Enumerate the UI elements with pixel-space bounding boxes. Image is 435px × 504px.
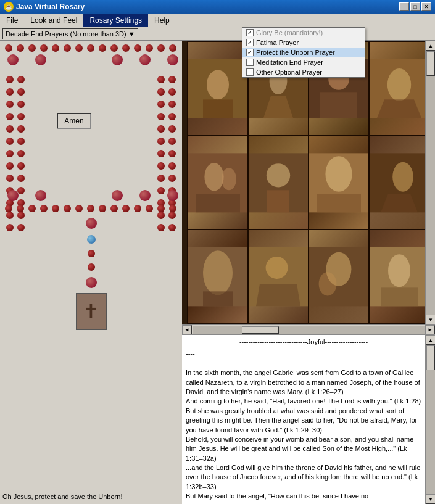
scroll-down-button[interactable]: ▼ bbox=[426, 315, 435, 324]
menu-rosary-settings[interactable]: Rosary Settings bbox=[83, 14, 148, 27]
large-bead[interactable] bbox=[112, 54, 123, 65]
bead[interactable] bbox=[40, 205, 48, 212]
bead[interactable] bbox=[168, 88, 176, 96]
bead[interactable] bbox=[168, 162, 176, 170]
bead[interactable] bbox=[99, 44, 106, 52]
bead[interactable] bbox=[157, 125, 165, 133]
decade-end-prayers-dropdown[interactable]: Decade End Prayers (No more than 3D) ▼ bbox=[2, 28, 138, 39]
bead[interactable] bbox=[157, 76, 165, 83]
fatima-checkbox[interactable] bbox=[246, 39, 254, 46]
bead[interactable] bbox=[134, 44, 141, 52]
bead[interactable] bbox=[64, 44, 71, 52]
large-bead[interactable] bbox=[167, 54, 178, 65]
bead[interactable] bbox=[17, 125, 25, 133]
dropdown-item-fatima[interactable]: Fatima Prayer bbox=[242, 38, 365, 48]
bead[interactable] bbox=[157, 162, 165, 170]
bead[interactable] bbox=[157, 150, 165, 157]
bead[interactable] bbox=[17, 88, 25, 96]
bead[interactable] bbox=[168, 125, 176, 133]
text-scroll-up-button[interactable]: ▲ bbox=[426, 335, 435, 345]
bead[interactable] bbox=[168, 224, 176, 231]
bead[interactable] bbox=[168, 150, 176, 157]
bead[interactable] bbox=[169, 205, 176, 212]
menu-help[interactable]: Help bbox=[148, 14, 176, 27]
bead[interactable] bbox=[168, 76, 176, 83]
bead[interactable] bbox=[88, 250, 95, 257]
large-bead[interactable] bbox=[139, 54, 151, 65]
large-bead[interactable] bbox=[7, 54, 19, 65]
text-scroll-thumb[interactable] bbox=[426, 345, 435, 370]
bead[interactable] bbox=[110, 44, 118, 52]
bead[interactable] bbox=[99, 205, 106, 212]
bead[interactable] bbox=[17, 175, 25, 182]
bead[interactable] bbox=[5, 205, 12, 212]
bead[interactable] bbox=[87, 44, 94, 52]
bead[interactable] bbox=[17, 150, 25, 157]
h-scroll-right-button[interactable]: ► bbox=[425, 325, 435, 335]
close-button[interactable]: ✕ bbox=[421, 2, 431, 11]
bead[interactable] bbox=[157, 224, 165, 231]
large-bead[interactable] bbox=[7, 190, 19, 201]
bead[interactable] bbox=[110, 205, 118, 212]
bead[interactable] bbox=[40, 44, 48, 52]
bead[interactable] bbox=[168, 101, 176, 108]
bead[interactable] bbox=[17, 138, 25, 145]
bead[interactable] bbox=[168, 113, 176, 120]
minimize-button[interactable]: ─ bbox=[399, 2, 409, 11]
bead[interactable] bbox=[6, 113, 14, 120]
dropdown-item-meditation-end[interactable]: Meditation End Prayer bbox=[242, 57, 365, 67]
bead[interactable] bbox=[6, 125, 14, 133]
bead[interactable] bbox=[17, 44, 24, 52]
bead[interactable] bbox=[6, 162, 14, 170]
bead[interactable] bbox=[52, 205, 59, 212]
amen-button[interactable]: Amen bbox=[57, 113, 91, 129]
bead[interactable] bbox=[87, 205, 94, 212]
large-bead-center[interactable] bbox=[86, 218, 97, 229]
menu-look-feel[interactable]: Look and Feel bbox=[24, 14, 83, 27]
bead[interactable] bbox=[6, 76, 14, 83]
image-vertical-scrollbar[interactable]: ▲ ▼ bbox=[425, 41, 435, 324]
other-optional-checkbox[interactable] bbox=[246, 68, 254, 76]
menu-file[interactable]: File bbox=[0, 14, 24, 27]
bead[interactable] bbox=[52, 44, 59, 52]
bead[interactable] bbox=[157, 101, 165, 108]
bead[interactable] bbox=[75, 205, 83, 212]
bead[interactable] bbox=[122, 205, 130, 212]
h-scroll-thumb[interactable] bbox=[242, 326, 279, 334]
bead[interactable] bbox=[157, 138, 165, 145]
bead[interactable] bbox=[134, 205, 141, 212]
text-vertical-scrollbar[interactable]: ▲ ▼ bbox=[425, 335, 435, 504]
bead[interactable] bbox=[28, 44, 36, 52]
bead[interactable] bbox=[17, 76, 25, 83]
bead[interactable] bbox=[157, 205, 165, 212]
bead[interactable] bbox=[157, 175, 165, 182]
bead[interactable] bbox=[17, 113, 25, 120]
bead[interactable] bbox=[169, 44, 176, 52]
bead[interactable] bbox=[6, 101, 14, 108]
large-bead-center[interactable] bbox=[86, 277, 97, 288]
bead[interactable] bbox=[146, 44, 153, 52]
bead[interactable] bbox=[6, 175, 14, 182]
bead[interactable] bbox=[28, 205, 36, 212]
glory-be-checkbox[interactable] bbox=[246, 29, 254, 36]
bead[interactable] bbox=[157, 44, 165, 52]
bead[interactable] bbox=[168, 175, 176, 182]
bead[interactable] bbox=[157, 113, 165, 120]
scroll-up-button[interactable]: ▲ bbox=[426, 41, 435, 51]
bead[interactable] bbox=[5, 44, 12, 52]
scroll-thumb[interactable] bbox=[426, 51, 435, 76]
bead[interactable] bbox=[17, 101, 25, 108]
bead[interactable] bbox=[64, 205, 71, 212]
bead-blue[interactable] bbox=[87, 235, 96, 244]
large-bead[interactable] bbox=[35, 190, 46, 201]
bead[interactable] bbox=[6, 224, 14, 231]
bead[interactable] bbox=[168, 138, 176, 145]
bead[interactable] bbox=[6, 150, 14, 157]
bead[interactable] bbox=[157, 88, 165, 96]
large-bead[interactable] bbox=[139, 190, 151, 201]
bead[interactable] bbox=[122, 44, 130, 52]
bead[interactable] bbox=[17, 205, 24, 212]
text-scroll-down-button[interactable]: ▼ bbox=[426, 494, 435, 504]
bead[interactable] bbox=[146, 205, 153, 212]
h-scroll-left-button[interactable]: ◄ bbox=[182, 325, 192, 335]
